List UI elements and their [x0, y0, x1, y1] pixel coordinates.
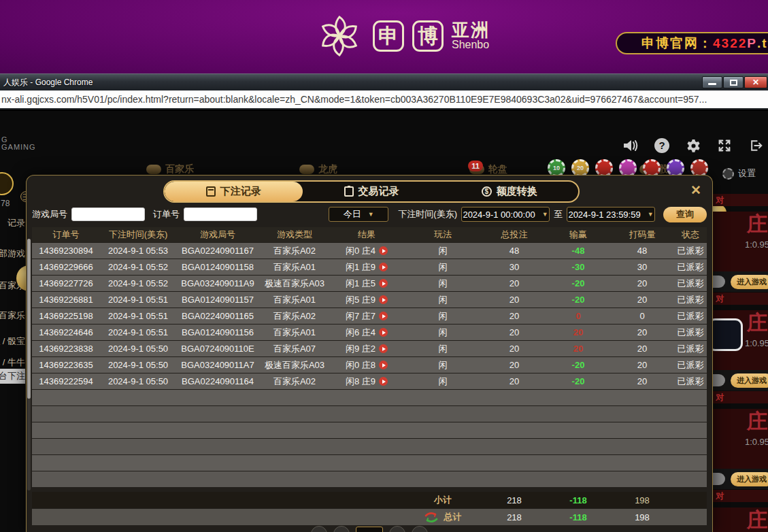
search-button[interactable]: 查询	[663, 207, 707, 222]
cell-time: 2024-9-1 05:52	[100, 278, 176, 288]
table-row: 143692268812024-9-1 05:51BGA01240901157百…	[32, 292, 707, 307]
result-text: 闲9 庄2	[346, 343, 375, 355]
lobby-nav-item[interactable]: 龙虎	[299, 163, 337, 176]
lobby-nav-item[interactable]: 百家乐	[146, 163, 194, 176]
result-text: 闲5 庄9	[346, 294, 375, 306]
column-header: 玩法	[403, 229, 482, 241]
pagination: « ‹ › »	[311, 526, 428, 532]
tab-transaction-records[interactable]: 交易记录	[303, 182, 441, 201]
replay-video-button[interactable]	[379, 377, 388, 386]
browser-urlbar[interactable]: nx-ali.gqjcxs.com/h5V01/pc/index.html?re…	[0, 90, 768, 110]
cell-time: 2024-9-1 05:51	[100, 311, 176, 321]
sidebar-item[interactable]: 记录	[0, 216, 25, 230]
url-text[interactable]: nx-ali.gqjcxs.com/h5V01/pc/index.html?re…	[1, 90, 707, 108]
cell-result: 闲0 庄4	[330, 245, 403, 257]
result-text: 闲1 庄9	[346, 261, 375, 273]
empty-table-row	[32, 390, 707, 405]
cell-rolling: 20	[610, 295, 674, 305]
logo-char-box: 博	[412, 20, 444, 52]
cell-round: BGA032409011A7	[176, 360, 259, 370]
subtotal-rolling: 198	[610, 495, 674, 505]
cell-rolling: 30	[610, 262, 674, 272]
last-page-button[interactable]: »	[412, 526, 428, 532]
next-page-button[interactable]: ›	[389, 526, 405, 532]
prev-page-button[interactable]: ‹	[333, 526, 350, 532]
page-number-box[interactable]	[356, 527, 383, 532]
game-round-label: 游戏局号	[32, 208, 67, 220]
cell-rolling: 48	[610, 246, 674, 256]
replay-video-button[interactable]	[379, 295, 388, 304]
tab-bet-records[interactable]: 下注记录	[165, 182, 303, 201]
pair-label: 对	[716, 293, 724, 305]
cell-status: 已派彩	[674, 261, 707, 273]
cell-win: -48	[546, 246, 610, 256]
cell-status: 已派彩	[674, 359, 707, 371]
enter-game-button[interactable]: 进入游戏	[731, 472, 768, 486]
column-header: 状态	[674, 229, 707, 241]
cell-status: 已派彩	[674, 294, 707, 306]
cell-round: BGA02240901165	[176, 311, 259, 321]
cell-play: 闲	[403, 278, 482, 290]
notification-badge: 11	[468, 161, 483, 171]
cell-time: 2024-9-1 05:52	[100, 262, 176, 272]
replay-video-button[interactable]	[379, 361, 388, 369]
chevron-down-icon: ▼	[542, 211, 548, 218]
cell-bet: 20	[482, 327, 546, 337]
lobby-nav-label: 百家乐	[165, 163, 194, 176]
table-row: 143692308942024-9-1 05:53BGA02240901167百…	[32, 243, 707, 259]
column-header: 打码量	[610, 229, 674, 241]
user-count: 78	[1, 199, 10, 208]
column-header: 游戏局号	[176, 229, 259, 241]
table-row: 143692251982024-9-1 05:51BGA02240901165百…	[32, 308, 707, 324]
cell-time: 2024-9-1 05:50	[100, 360, 176, 370]
game-round-input[interactable]	[71, 207, 145, 221]
cell-bet: 48	[482, 246, 546, 256]
cell-rolling: 20	[610, 360, 674, 370]
lobby-nav-label: 轮盘	[488, 163, 507, 176]
enter-game-button[interactable]: 进入游戏	[731, 373, 768, 388]
close-icon[interactable]: ✕	[690, 182, 701, 198]
tab-quota-transfer[interactable]: $额度转换	[440, 182, 578, 201]
replay-video-button[interactable]	[379, 246, 388, 255]
replay-video-button[interactable]	[379, 279, 388, 288]
first-page-button[interactable]: «	[311, 526, 327, 532]
table-row: 143692225942024-9-1 05:50BGA02240901164百…	[32, 373, 707, 389]
chevron-down-icon: ▼	[368, 211, 374, 218]
volume-icon[interactable]	[622, 137, 639, 154]
result-text: 闲8 庄9	[346, 376, 375, 388]
order-input[interactable]	[184, 207, 257, 221]
cell-type: 百家乐A01	[259, 294, 330, 306]
sidebar-item[interactable]: 台下注	[0, 369, 25, 384]
table-row: 143692236352024-9-1 05:50BGA032409011A7极…	[32, 357, 707, 373]
from-datetime-select[interactable]: 2024-9-1 00:00:00▼	[461, 207, 550, 222]
gear-icon[interactable]	[685, 137, 701, 154]
cell-round: BGA02240901164	[176, 376, 259, 386]
help-icon[interactable]: ?	[654, 137, 670, 154]
avatar[interactable]	[0, 172, 14, 195]
cell-win: -20	[546, 360, 610, 370]
replay-video-button[interactable]	[379, 312, 388, 320]
replay-video-button[interactable]	[379, 263, 388, 271]
cell-round: BGA0724090110E	[176, 344, 259, 354]
swap-arrows-icon	[424, 512, 438, 522]
to-datetime-select[interactable]: 2024-9-1 23:59:59▼	[567, 207, 655, 222]
sidebar-item[interactable]: 色百家乐	[0, 309, 25, 322]
cell-status: 已派彩	[674, 343, 707, 355]
column-header: 订单号	[32, 229, 100, 241]
banker-label: 庄	[713, 212, 768, 237]
browser-titlebar: 人娱乐 - Google Chrome ✕	[0, 73, 768, 90]
replay-video-button[interactable]	[379, 344, 388, 353]
table-scrollbar[interactable]	[27, 239, 31, 491]
cell-order: 14369224646	[32, 327, 100, 337]
enter-game-button[interactable]: 进入游戏	[731, 275, 768, 289]
scrollbar-thumb[interactable]	[27, 239, 31, 399]
date-range-select[interactable]: 今日▼	[329, 207, 388, 222]
sidebar-item[interactable]: 部游戏	[0, 247, 25, 261]
cell-win: 20	[546, 327, 610, 337]
replay-video-button[interactable]	[379, 328, 388, 337]
empty-table-row	[32, 406, 707, 422]
empty-table-row	[32, 422, 707, 438]
column-header: 下注时间(美东)	[100, 229, 176, 241]
sidebar-item[interactable]: 虎 / 牛牛	[0, 356, 25, 369]
sidebar-item[interactable]: 盘 / 骰宝	[0, 335, 25, 348]
